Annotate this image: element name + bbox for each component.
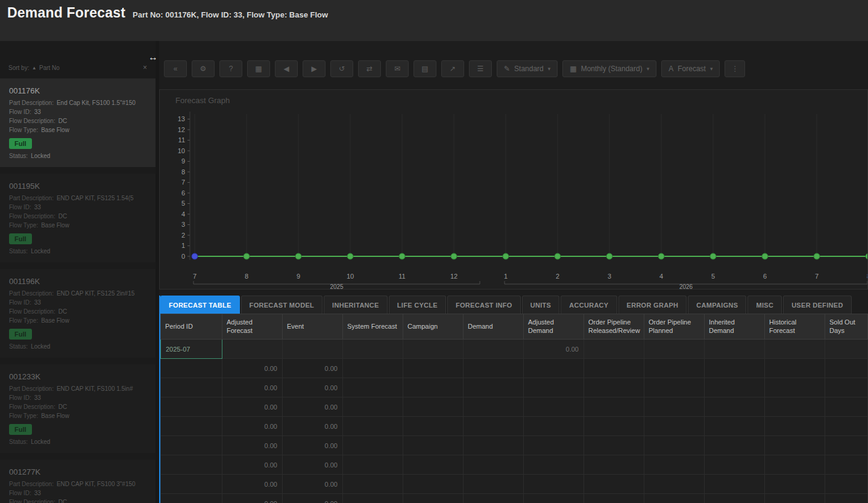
settings-button[interactable]: ⚙	[192, 60, 215, 77]
period-id-cell[interactable]	[161, 494, 222, 503]
value-cell[interactable]	[464, 378, 524, 397]
value-cell[interactable]	[644, 340, 705, 359]
value-cell[interactable]	[524, 475, 584, 494]
value-cell[interactable]	[644, 436, 705, 455]
value-cell[interactable]	[765, 378, 825, 397]
chart-point[interactable]	[399, 253, 405, 259]
period-id-cell[interactable]	[161, 378, 222, 397]
value-cell[interactable]: 0.00	[283, 436, 343, 455]
value-cell[interactable]	[584, 340, 644, 359]
tab-campaigns[interactable]: CAMPAIGNS	[688, 296, 746, 314]
value-cell[interactable]	[403, 455, 464, 475]
period-select[interactable]: ▦Monthly (Standard)▾	[562, 60, 656, 77]
value-cell[interactable]: 0.00	[283, 417, 343, 436]
value-cell[interactable]	[705, 340, 765, 359]
value-cell[interactable]	[222, 340, 283, 359]
next-period-button[interactable]: ▶	[303, 60, 326, 77]
value-cell[interactable]	[524, 455, 584, 475]
grid-button[interactable]: ▤	[414, 60, 436, 77]
value-cell[interactable]	[524, 359, 584, 378]
value-cell[interactable]	[644, 417, 705, 436]
chart-point[interactable]	[244, 253, 250, 259]
period-id-cell[interactable]	[161, 455, 222, 475]
value-cell[interactable]	[765, 455, 825, 475]
period-id-cell[interactable]	[161, 397, 222, 417]
value-cell[interactable]	[403, 436, 464, 455]
value-cell[interactable]	[644, 455, 705, 475]
tab-misc[interactable]: MISC	[747, 296, 782, 314]
calendar-button[interactable]: ▦	[247, 60, 270, 77]
value-cell[interactable]	[403, 397, 464, 417]
value-cell[interactable]	[343, 359, 403, 378]
value-cell[interactable]: 0.00	[283, 494, 343, 503]
value-cell[interactable]	[825, 397, 868, 417]
value-cell[interactable]: 0.00	[524, 340, 584, 359]
chart-point[interactable]	[814, 253, 820, 259]
tab-life-cycle[interactable]: LIFE CYCLE	[389, 296, 446, 314]
value-cell[interactable]	[705, 397, 765, 417]
chart-point[interactable]	[762, 253, 768, 259]
value-cell[interactable]	[705, 378, 765, 397]
value-cell[interactable]	[825, 359, 868, 378]
part-card[interactable]: 001277KPart Description:END CAP KIT, FS1…	[0, 460, 156, 503]
part-card[interactable]: 001195KPart Description:END CAP KIT, FS1…	[0, 174, 156, 262]
value-cell[interactable]	[825, 378, 868, 397]
menu-button[interactable]: ☰	[469, 60, 492, 77]
period-id-cell[interactable]	[161, 475, 222, 494]
value-cell[interactable]	[765, 494, 825, 503]
value-cell[interactable]	[644, 494, 705, 503]
value-cell[interactable]	[825, 436, 868, 455]
value-cell[interactable]	[403, 378, 464, 397]
value-cell[interactable]	[765, 340, 825, 359]
period-id-cell[interactable]: 2025-07	[161, 340, 222, 359]
value-cell[interactable]	[464, 455, 524, 475]
value-cell[interactable]: 0.00	[283, 397, 343, 417]
value-cell[interactable]	[644, 359, 705, 378]
value-cell[interactable]	[403, 475, 464, 494]
chart-point[interactable]	[295, 253, 301, 259]
value-cell[interactable]	[464, 340, 524, 359]
value-cell[interactable]: 0.00	[222, 359, 283, 378]
close-icon[interactable]: ×	[143, 63, 147, 72]
chart-point[interactable]	[555, 253, 561, 259]
layout-select[interactable]: ✎Standard▾	[497, 60, 558, 77]
period-id-cell[interactable]	[161, 359, 222, 378]
period-id-cell[interactable]	[161, 417, 222, 436]
value-cell[interactable]	[464, 475, 524, 494]
value-cell[interactable]	[584, 397, 644, 417]
value-cell[interactable]: 0.00	[222, 397, 283, 417]
value-cell[interactable]	[343, 340, 403, 359]
tab-accuracy[interactable]: ACCURACY	[561, 296, 617, 314]
value-cell[interactable]	[825, 340, 868, 359]
value-cell[interactable]	[705, 436, 765, 455]
value-cell[interactable]: 0.00	[283, 359, 343, 378]
value-cell[interactable]: 0.00	[283, 378, 343, 397]
value-cell[interactable]	[403, 359, 464, 378]
part-card[interactable]: 001233KPart Description:END CAP KIT, FS1…	[0, 364, 156, 453]
value-cell[interactable]	[464, 494, 524, 503]
previous-period-button[interactable]: ◀	[275, 60, 298, 77]
period-id-cell[interactable]	[161, 436, 222, 455]
value-cell[interactable]	[343, 494, 403, 503]
part-card[interactable]: 001196KPart Description:END CAP KIT, FS1…	[0, 269, 156, 358]
value-cell[interactable]	[825, 455, 868, 475]
value-cell[interactable]	[705, 417, 765, 436]
help-button[interactable]: ?	[219, 60, 242, 77]
value-cell[interactable]	[524, 494, 584, 503]
tab-forecast-model[interactable]: FORECAST MODEL	[241, 296, 322, 314]
value-cell[interactable]	[705, 359, 765, 378]
value-cell[interactable]	[343, 436, 403, 455]
value-cell[interactable]	[584, 378, 644, 397]
value-cell[interactable]	[343, 378, 403, 397]
tab-forecast-table[interactable]: FORECAST TABLE	[160, 296, 240, 314]
value-cell[interactable]	[584, 436, 644, 455]
value-cell[interactable]	[765, 417, 825, 436]
value-cell[interactable]	[524, 378, 584, 397]
value-cell[interactable]	[644, 378, 705, 397]
value-cell[interactable]	[705, 455, 765, 475]
value-cell[interactable]	[283, 340, 343, 359]
value-cell[interactable]	[343, 455, 403, 475]
chart-point[interactable]	[503, 253, 509, 259]
value-cell[interactable]	[765, 475, 825, 494]
tab-inheritance[interactable]: INHERITANCE	[324, 296, 388, 314]
